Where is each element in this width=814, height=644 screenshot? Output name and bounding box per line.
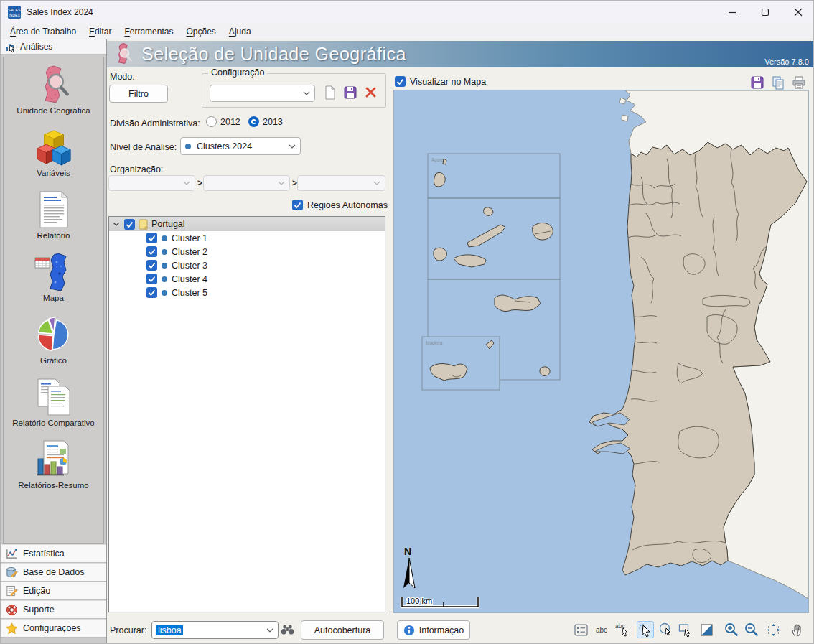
tree-row-cluster-5[interactable]: Cluster 5 xyxy=(109,286,385,299)
filtro-button[interactable]: Filtro xyxy=(109,85,168,103)
select-rectangle-button[interactable] xyxy=(677,621,694,638)
visualizar-no-mapa-checkbox[interactable]: Visualizar no Mapa xyxy=(395,76,486,87)
menu-ferramentas[interactable]: Ferramentas xyxy=(118,25,179,38)
variaveis-icon xyxy=(34,126,73,167)
legend-button[interactable] xyxy=(572,621,589,638)
configuracao-combo[interactable] xyxy=(210,85,315,102)
sidebar-item-mapa[interactable]: Mapa xyxy=(4,245,103,307)
maximize-button[interactable] xyxy=(749,1,782,24)
close-button[interactable] xyxy=(782,1,814,24)
checkbox-checked-icon[interactable] xyxy=(146,233,157,243)
sidebar-item-relatorio-comparativo[interactable]: Relatório Comparativo xyxy=(4,370,103,432)
new-config-icon xyxy=(323,85,337,100)
menu-ajuda[interactable]: Ajuda xyxy=(223,25,258,38)
label-select-button[interactable]: abc xyxy=(614,621,631,638)
tree-row-cluster-3[interactable]: Cluster 3 xyxy=(109,258,385,272)
sidebar-section-label: Configurações xyxy=(23,623,81,633)
print-map-button[interactable] xyxy=(792,75,806,92)
sidebar-section-configuracoes[interactable]: Configurações xyxy=(1,619,106,638)
label-button[interactable]: abc xyxy=(594,621,611,638)
sidebar-section-estatistica[interactable]: Estatística xyxy=(1,544,106,563)
tree-child-label: Cluster 1 xyxy=(172,233,207,243)
checkbox-checked-icon xyxy=(395,76,406,87)
autocobertura-label: Autocobertura xyxy=(314,625,371,635)
zoom-in-button[interactable] xyxy=(723,621,740,638)
sidebar-item-grafico[interactable]: Gráfico xyxy=(4,307,103,370)
radio-2013[interactable]: 2013 xyxy=(248,116,283,127)
geography-tree: Portugal Cluster 1 Cluster 2 Cluster 3 C… xyxy=(108,216,385,612)
sidebar-item-variaveis[interactable]: Variáveis xyxy=(4,120,103,182)
modo-label: Modo: xyxy=(110,72,135,82)
organizacao-combo-2[interactable] xyxy=(203,175,290,191)
sidebar-header-analises: Análises xyxy=(1,39,106,55)
radio-2013-label: 2013 xyxy=(263,117,283,127)
tree-child-label: Cluster 5 xyxy=(172,288,207,298)
radio-2012[interactable]: 2012 xyxy=(206,116,240,127)
regioes-autonomas-checkbox[interactable]: Regiões Autónomas xyxy=(292,200,388,210)
search-button[interactable] xyxy=(281,624,294,638)
arrow-cursor-icon xyxy=(639,623,652,637)
tree-row-cluster-2[interactable]: Cluster 2 xyxy=(109,245,385,258)
nivel-combo[interactable]: Clusters 2024 xyxy=(180,137,301,155)
estatistica-icon xyxy=(6,548,18,560)
tree-row-cluster-1[interactable]: Cluster 1 xyxy=(109,231,385,245)
org-separator-1: > xyxy=(197,178,202,188)
svg-text:INDEX: INDEX xyxy=(9,13,21,17)
delete-config-button[interactable] xyxy=(365,86,377,101)
invert-selection-button[interactable] xyxy=(698,621,715,638)
svg-text:SALES: SALES xyxy=(8,8,21,12)
legend-icon xyxy=(574,624,588,636)
autocobertura-button[interactable]: Autocobertura xyxy=(301,620,384,640)
sidebar-section-edicao[interactable]: Edição xyxy=(1,582,106,600)
cluster-bullet-icon xyxy=(162,263,167,269)
sidebar-section-base-de-dados[interactable]: Base de Dados xyxy=(1,563,106,582)
informacao-button[interactable]: Informação xyxy=(397,620,470,640)
procurar-combo[interactable]: lisboa xyxy=(151,621,279,639)
select-circle-button[interactable] xyxy=(658,621,675,638)
tree-row-portugal[interactable]: Portugal xyxy=(109,217,385,231)
select-arrow-button[interactable] xyxy=(637,621,654,638)
minimize-icon xyxy=(728,8,736,17)
checkbox-checked-icon[interactable] xyxy=(146,274,157,284)
chevron-down-icon xyxy=(303,91,310,95)
tree-row-cluster-4[interactable]: Cluster 4 xyxy=(109,272,385,286)
sidebar-item-relatorios-resumo[interactable]: Relatórios-Resumo xyxy=(4,432,103,495)
cluster-bullet-icon xyxy=(185,144,191,149)
checkbox-checked-icon[interactable] xyxy=(146,260,157,271)
checkbox-checked-icon[interactable] xyxy=(146,246,157,257)
organizacao-combo-1[interactable] xyxy=(108,175,195,191)
menu-area-de-trabalho[interactable]: Área de Trabalho xyxy=(4,25,83,38)
sidebar-section-suporte[interactable]: Suporte xyxy=(1,600,106,619)
checkbox-checked-icon[interactable] xyxy=(124,219,135,230)
zoom-extent-button[interactable] xyxy=(764,621,782,638)
copy-map-button[interactable] xyxy=(771,75,785,92)
new-config-button[interactable] xyxy=(323,85,337,102)
sidebar-item-relatorio[interactable]: Relatório xyxy=(4,182,103,245)
sidebar-item-label: Mapa xyxy=(43,294,64,302)
galicia-islet xyxy=(622,115,628,121)
sidebar-section-label: Base de Dados xyxy=(23,567,84,577)
print-icon xyxy=(792,75,806,90)
organizacao-label: Organização: xyxy=(110,164,163,174)
map-svg: Açores Madeira xyxy=(394,90,808,612)
checkbox-checked-icon[interactable] xyxy=(146,287,157,298)
save-config-button[interactable] xyxy=(343,85,357,102)
abc-cursor-icon: abc xyxy=(615,622,630,637)
radio-2013-circle xyxy=(248,116,259,127)
pan-button[interactable] xyxy=(787,621,805,638)
menu-opcoes[interactable]: Opções xyxy=(179,25,222,38)
chevron-down-icon xyxy=(278,181,285,185)
sidebar-item-unidade-geografica[interactable]: Unidade Geográfica xyxy=(4,57,103,120)
save-map-button[interactable] xyxy=(750,75,764,92)
procurar-value[interactable]: lisboa xyxy=(156,625,183,635)
chevron-down-icon[interactable] xyxy=(112,220,121,228)
info-icon xyxy=(403,625,415,636)
sidebar-sections: Estatística Base de Dados Edição xyxy=(1,544,106,638)
map-canvas[interactable]: Açores Madeira xyxy=(394,90,808,612)
minimize-button[interactable] xyxy=(716,1,749,24)
zoom-in-icon xyxy=(724,622,739,637)
menu-editar[interactable]: Editar xyxy=(83,25,118,38)
circle-select-icon xyxy=(659,622,673,637)
organizacao-combo-3[interactable] xyxy=(297,175,385,191)
zoom-out-button[interactable] xyxy=(743,621,760,638)
